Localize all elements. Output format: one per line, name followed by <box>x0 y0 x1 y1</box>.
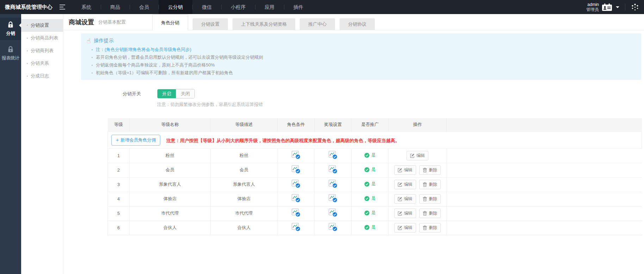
sidebar-item[interactable]: 分销设置 <box>21 19 63 32</box>
switch-label: 分销开关 <box>123 91 141 97</box>
switch-on-button[interactable]: 开启 <box>157 89 176 98</box>
page-header: 商城设置 分销基本配置 角色分销 分销设置 上下线关系及分销资格 推广中心 分销… <box>63 14 644 30</box>
filler-cell <box>447 148 642 163</box>
apps-shortcut-button[interactable] <box>631 3 639 11</box>
tab-bar: 角色分销 分销设置 上下线关系及分销资格 推广中心 分销协议 <box>152 14 375 30</box>
add-role-label: 新增会员角色分佣 <box>120 137 156 143</box>
tip-dot-icon <box>92 49 93 50</box>
delete-button[interactable]: 删除 <box>419 194 441 204</box>
hamburger-icon <box>60 5 66 9</box>
role-condition-icon[interactable] <box>291 208 301 217</box>
promote-status: 是 <box>364 210 376 216</box>
promote-label: 是 <box>371 196 376 202</box>
user-info: admin 管理员 <box>586 2 599 12</box>
role-condition-icon[interactable] <box>291 165 301 174</box>
trash-icon <box>423 182 427 187</box>
roles-table: 等级 等级名称 等级描述 角色条件 奖项设置 是否推广 操作 <box>107 118 642 235</box>
tip-dot-icon <box>92 65 93 66</box>
tip-item: 注：(角色分销新增角色将会与会员等级角色同步) <box>92 46 635 53</box>
sidebar-item[interactable]: 分销商品列表 <box>21 32 63 44</box>
table-header-row: 等级 等级名称 等级描述 角色条件 奖项设置 是否推广 操作 <box>108 118 642 132</box>
role-condition-icon[interactable] <box>291 179 301 189</box>
hand-pointer-icon: ☝ <box>87 38 91 44</box>
role-condition-icon[interactable] <box>291 151 301 160</box>
edit-button[interactable]: 编辑 <box>407 151 428 160</box>
edit-button-label: 编辑 <box>404 181 413 187</box>
check-circle-icon <box>364 225 370 230</box>
check-circle-icon <box>364 153 370 158</box>
level-cell: 6 <box>108 221 130 235</box>
edit-button[interactable]: 编辑 <box>394 194 416 204</box>
top-menu-item[interactable]: 插件 <box>284 0 313 14</box>
reward-setting-icon[interactable] <box>328 165 338 174</box>
edit-button-label: 编辑 <box>404 225 413 231</box>
promote-label: 是 <box>371 181 376 187</box>
tab[interactable]: 角色分销 <box>152 14 188 30</box>
top-menu-item[interactable]: 微信 <box>192 0 221 14</box>
add-role-button[interactable]: + 新增会员角色分佣 <box>111 135 160 146</box>
level-name-cell: 粉丝 <box>130 148 211 163</box>
distribution-switch-row: 分销开关 开启 关闭 <box>63 89 644 98</box>
sidebar-item[interactable]: 分成日志 <box>21 70 63 82</box>
edit-button[interactable]: 编辑 <box>394 223 416 232</box>
role-condition-icon[interactable] <box>291 223 301 232</box>
tab[interactable]: 分销协议 <box>340 18 375 30</box>
edit-button[interactable]: 编辑 <box>394 209 416 218</box>
user-menu[interactable]: admin 管理员 <box>586 2 619 12</box>
top-menu-item[interactable]: 商品 <box>101 0 130 14</box>
delete-button-label: 删除 <box>429 210 437 216</box>
sidebar-toggle-icon[interactable] <box>58 0 72 14</box>
top-menu-item[interactable]: 系统 <box>72 0 101 14</box>
plus-icon: + <box>116 138 119 142</box>
reward-setting-icon[interactable] <box>328 179 338 189</box>
level-desc-cell: 粉丝 <box>211 148 278 163</box>
top-menu-item[interactable]: 应用 <box>255 0 284 14</box>
reward-setting-icon[interactable] <box>328 208 338 217</box>
check-circle-icon <box>364 196 370 201</box>
left-rail: 分销 报表统计 <box>0 14 21 274</box>
role-condition-icon[interactable] <box>291 194 301 203</box>
level-cell: 3 <box>108 177 130 192</box>
reward-setting-icon[interactable] <box>328 223 338 232</box>
trash-icon <box>423 211 427 216</box>
level-name-cell: 合伙人 <box>130 221 211 235</box>
sidebar-item-label: 分销商列表 <box>31 47 54 54</box>
delete-button[interactable]: 删除 <box>419 165 441 175</box>
edit-pencil-icon <box>398 182 402 187</box>
edit-button[interactable]: 编辑 <box>394 165 416 175</box>
promote-status: 是 <box>364 167 376 173</box>
tab[interactable]: 分销设置 <box>193 18 228 30</box>
delete-button[interactable]: 删除 <box>419 180 441 189</box>
tab[interactable]: 推广中心 <box>300 18 335 30</box>
trash-icon <box>423 168 427 172</box>
sidebar-item-label: 分销商品列表 <box>31 35 58 41</box>
topbar-right: admin 管理员 <box>586 0 644 14</box>
top-menu-item[interactable]: 云分销 <box>159 0 192 14</box>
sidebar-item-label: 分成日志 <box>31 73 49 79</box>
tab[interactable]: 上下线关系及分销资格 <box>233 18 295 30</box>
edit-button[interactable]: 编辑 <box>394 180 416 189</box>
rail-item[interactable]: 分销 <box>0 18 21 40</box>
delete-button[interactable]: 删除 <box>419 223 441 232</box>
topbar-divider <box>625 4 625 11</box>
tip-dot-icon <box>92 57 93 58</box>
promote-label: 是 <box>371 167 376 173</box>
column-header: 等级名称 <box>130 118 211 132</box>
switch-off-button[interactable]: 关闭 <box>176 89 194 98</box>
sidebar-item[interactable]: 分销关系 <box>21 57 63 70</box>
trash-icon <box>423 197 427 201</box>
top-menu-item[interactable]: 会员 <box>130 0 159 14</box>
rail-item-label: 报表统计 <box>2 55 19 61</box>
level-desc-cell: 体验店 <box>211 192 278 206</box>
tip-text: 初始角色（等级=1）可编辑不可删除，所有新建的用户都属于初始角色 <box>96 69 233 77</box>
sidebar-item[interactable]: 分销商列表 <box>21 44 63 57</box>
tip-item: 初始角色（等级=1）可编辑不可删除，所有新建的用户都属于初始角色 <box>92 69 635 77</box>
filler-cell <box>447 192 642 206</box>
delete-button[interactable]: 删除 <box>419 209 441 218</box>
reward-setting-icon[interactable] <box>328 194 338 203</box>
top-menu-item[interactable]: 小程序 <box>221 0 255 14</box>
rail-item[interactable]: 报表统计 <box>0 42 21 65</box>
apps-dots-icon <box>631 3 639 11</box>
table-row: 1 粉丝 粉丝 <box>108 148 642 163</box>
reward-setting-icon[interactable] <box>328 151 338 160</box>
